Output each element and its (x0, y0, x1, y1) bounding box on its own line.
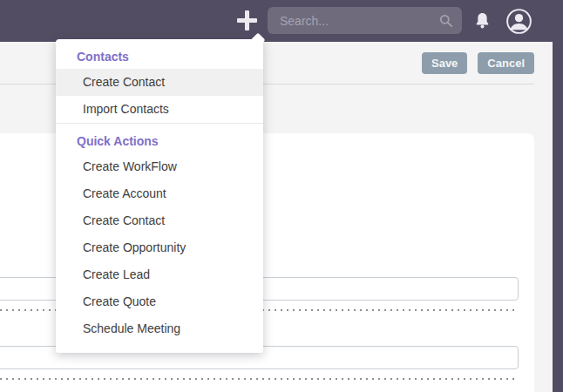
menu-item-create-workflow[interactable]: Create WorkFlow (56, 153, 263, 180)
quick-create-plus-button[interactable] (235, 9, 259, 32)
right-edge-strip (553, 0, 563, 392)
menu-section-header: Contacts (56, 39, 263, 69)
menu-item-create-contact[interactable]: Create Contact (56, 207, 263, 234)
menu-item-schedule-meeting[interactable]: Schedule Meeting (56, 315, 263, 342)
plus-icon (245, 10, 249, 30)
menu-item-create-quote[interactable]: Create Quote (56, 288, 263, 315)
menu-item-create-lead[interactable]: Create Lead (56, 261, 263, 288)
top-navigation-bar (0, 0, 563, 42)
bell-notifications-icon[interactable] (473, 11, 492, 30)
field-separator-dotted (0, 378, 518, 380)
menu-item-create-account[interactable]: Create Account (56, 180, 263, 207)
app-window: Save Cancel (0, 0, 563, 392)
menu-item-import-contacts[interactable]: Import Contacts (56, 96, 263, 123)
plus-dropdown-menu: ContactsCreate ContactImport ContactsQui… (56, 39, 263, 353)
search-input[interactable] (268, 7, 462, 34)
search-icon[interactable] (439, 14, 453, 28)
user-avatar-icon[interactable] (505, 8, 532, 35)
menu-section-0: ContactsCreate ContactImport Contacts (56, 39, 263, 123)
menu-item-create-opportunity[interactable]: Create Opportunity (56, 234, 263, 261)
menu-section-1: Quick ActionsCreate WorkFlowCreate Accou… (56, 123, 263, 342)
cancel-button[interactable]: Cancel (478, 52, 534, 74)
menu-section-header: Quick Actions (56, 124, 263, 153)
menu-item-create-contact[interactable]: Create Contact (56, 69, 263, 96)
global-search-box (268, 7, 462, 34)
save-button[interactable]: Save (422, 52, 467, 74)
